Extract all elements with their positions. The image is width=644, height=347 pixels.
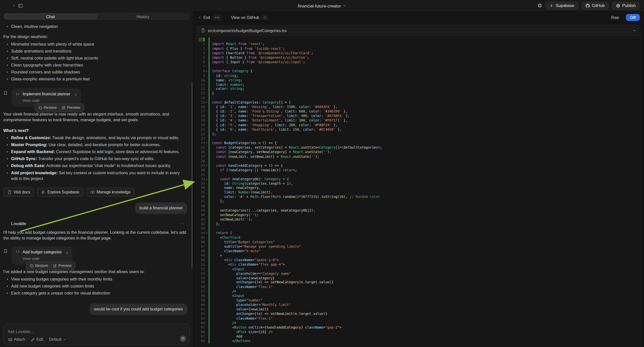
line-number: 24: [198, 141, 205, 145]
edit-card-add-budget-categories[interactable]: Add budget categories View code Restore: [12, 246, 72, 264]
exit-button[interactable]: Exit: [198, 15, 210, 20]
code-line: 4import ChartCard from '@/components/ui/…: [198, 51, 640, 55]
message-menu-icon[interactable]: ···: [178, 220, 185, 226]
bookmark-icon[interactable]: [3, 249, 8, 253]
manage-knowledge-button[interactable]: Manage knowledge: [86, 188, 135, 197]
fold-spacer: [205, 235, 208, 240]
code-text: setNewCategory('');: [208, 213, 640, 217]
external-link-badge[interactable]: [262, 15, 267, 20]
fold-icon: ▸: [205, 69, 208, 74]
topbar-right: ⚙ Supabase GitHub Publish: [538, 2, 640, 10]
restore-icon: [38, 106, 42, 110]
visit-docs-label: Visit docs: [14, 190, 30, 195]
code-text: <Input: [208, 267, 640, 271]
bookmark-icon[interactable]: [3, 91, 8, 95]
project-switcher[interactable]: financial-future-creator: [298, 3, 346, 8]
mode-selector[interactable]: Default: [49, 337, 66, 342]
preview-button[interactable]: Preview: [62, 105, 80, 110]
code-text: <ChartCard: [208, 235, 640, 240]
fold-spacer: [205, 240, 208, 244]
restore-button[interactable]: Restore: [30, 263, 48, 268]
line-number: 33: [198, 181, 205, 186]
code-line: 29▸ const handleAddCategory = () => {: [198, 163, 640, 168]
code-line: 53 placeholder="Category name": [198, 271, 640, 276]
github-label: GitHub: [592, 3, 605, 8]
code-text: type="number": [208, 298, 640, 303]
code-line: 62 onChange={(e) => setNewLimit(e.target…: [198, 312, 640, 316]
code-line: 6import { Input } from '@/components/ui/…: [198, 60, 640, 64]
tab-chat[interactable]: Chat: [4, 14, 97, 19]
view-code-link[interactable]: View code: [23, 256, 62, 261]
lovable-logo-icon[interactable]: [4, 3, 10, 8]
code-viewer[interactable]: 1 2import React from 'react';3import { P…: [197, 36, 640, 347]
diff-toggle-button[interactable]: Diff: [626, 14, 640, 21]
line-number: 60: [198, 303, 205, 307]
code-panel-header: Exit esc View on GitHub Raw Diff: [193, 11, 644, 24]
code-line: 67 Add: [198, 334, 640, 339]
sidebar-toggle-icon[interactable]: [18, 3, 23, 8]
settings-gear-icon[interactable]: ⚙: [538, 3, 542, 8]
tab-history[interactable]: History: [97, 14, 189, 19]
design-aesthetic-heading: For the design aesthetic:: [3, 34, 187, 40]
code-text: };: [208, 200, 640, 204]
explore-supabase-button[interactable]: Explore Supabase: [37, 188, 84, 197]
line-number: 22: [198, 132, 205, 136]
chat-history-tabs: Chat History: [3, 13, 190, 20]
attach-button[interactable]: Attach: [8, 337, 25, 342]
code-text: ];: [208, 132, 640, 136]
view-code-link[interactable]: View code: [23, 98, 70, 104]
arrow-up-icon: [181, 337, 185, 340]
line-number: 68: [198, 339, 205, 343]
visit-docs-button[interactable]: Visit docs: [3, 188, 34, 197]
code-line: 37 };: [198, 200, 640, 204]
user-message: build a financial planner: [135, 202, 188, 214]
code-text: <div className="flex gap-4">: [208, 262, 640, 267]
code-line: 18 { id: '3', name: 'Transportation', li…: [198, 114, 640, 118]
line-number: 23: [198, 136, 205, 141]
code-line: 15▸const defaultCategories: Category[] =…: [198, 100, 640, 105]
fold-spacer: [205, 213, 208, 217]
chevron-up-icon[interactable]: [632, 29, 636, 32]
code-text: { id: '4', name: 'Entertainment', limit:…: [208, 118, 640, 123]
fold-spacer: [205, 330, 208, 334]
restore-button[interactable]: Restore: [38, 105, 57, 110]
list-item: GitHub Sync: Transfer your project's cod…: [3, 156, 187, 162]
fold-spacer: [205, 298, 208, 303]
line-number: 29: [198, 163, 205, 168]
line-number: 51: [198, 262, 205, 267]
code-text: color: string;: [208, 87, 640, 91]
publish-button[interactable]: Publish: [612, 2, 640, 10]
chevron-down-icon[interactable]: [12, 4, 16, 7]
code-text: id: String(categories.length + 1),: [208, 181, 640, 186]
raw-toggle-button[interactable]: Raw: [607, 14, 623, 21]
code-text: };: [208, 222, 640, 226]
edit-card-implement-financial-planner[interactable]: Implement financial planner View code Re…: [12, 88, 81, 107]
github-button[interactable]: GitHub: [582, 2, 609, 10]
code-line: 56 className="flex-1": [198, 285, 640, 289]
chat-scrollbar[interactable]: [192, 82, 193, 268]
chat-messages[interactable]: Clean, intuitive navigation For the desi…: [0, 20, 193, 321]
edit-button[interactable]: Edit: [31, 337, 43, 342]
send-button[interactable]: [180, 336, 186, 342]
supabase-button[interactable]: Supabase: [546, 2, 578, 10]
line-number: 27: [198, 154, 205, 159]
file-header[interactable]: src/components/budget/BudgetCategories.t…: [197, 26, 640, 36]
code-line: 52 <Input: [198, 267, 640, 271]
pencil-icon: [31, 337, 35, 341]
code-text: const [categories, setCategories] = Reac…: [208, 145, 640, 150]
code-text: </Button>: [208, 339, 640, 343]
fold-spacer: [205, 78, 208, 82]
view-on-github-link[interactable]: View on GitHub: [231, 15, 259, 20]
file-card: src/components/budget/BudgetCategories.t…: [196, 25, 641, 347]
fold-spacer: [205, 55, 208, 60]
ask-lovable-input[interactable]: [8, 329, 167, 334]
preview-button[interactable]: Preview: [53, 263, 72, 268]
line-number: 32: [198, 177, 205, 181]
line-number: 43: [198, 226, 205, 231]
code-line: 1: [198, 37, 640, 42]
user-message: would be cool if you could add budget ca…: [89, 304, 187, 315]
code-text: import React from 'react';: [208, 42, 640, 46]
fold-icon: ▸: [205, 141, 208, 145]
clipped-bullet-list: Clean, intuitive navigation: [3, 24, 187, 30]
code-text: <Plus size={16} />: [208, 330, 640, 334]
